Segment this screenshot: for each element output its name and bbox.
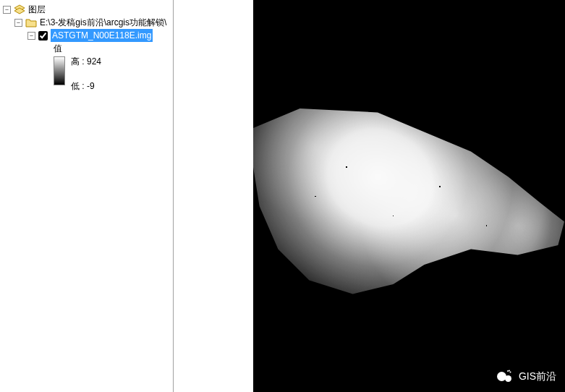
layers-icon	[14, 4, 25, 14]
table-of-contents-panel[interactable]: − 图层 − E:\3-发稿gis前沿\arcgis功能解锁\ − ASTGTM…	[0, 0, 174, 392]
ramp-high-label: 高 : 924	[71, 56, 101, 67]
tree-root-row[interactable]: − 图层	[1, 3, 171, 16]
tree-layer-row[interactable]: − ASTGTM_N00E118E.img	[1, 29, 171, 42]
wechat-icon	[497, 370, 513, 383]
grayscale-ramp-icon	[54, 56, 65, 85]
ramp-low-label: 低 : -9	[71, 81, 101, 91]
collapse-icon[interactable]: −	[27, 32, 35, 40]
collapse-icon[interactable]: −	[14, 19, 22, 27]
layer-visibility-checkbox[interactable]	[38, 31, 48, 41]
tree-root-label: 图层	[28, 3, 46, 16]
folder-icon	[25, 17, 37, 27]
tree-layer-label[interactable]: ASTGTM_N00E118E.img	[51, 29, 153, 42]
map-view[interactable]: GIS前沿	[174, 0, 565, 392]
dem-raster-display[interactable]: GIS前沿	[253, 0, 565, 392]
value-header-label: 值	[54, 42, 62, 55]
tree-group-row[interactable]: − E:\3-发稿gis前沿\arcgis功能解锁\	[1, 16, 171, 29]
watermark: GIS前沿	[497, 370, 556, 383]
collapse-icon[interactable]: −	[3, 6, 11, 14]
color-ramp-row: 高 : 924 低 : -9	[1, 56, 171, 94]
terrain-rendering	[253, 108, 564, 304]
watermark-text: GIS前沿	[519, 370, 556, 383]
value-header-row: 值	[1, 42, 171, 55]
tree-group-label: E:\3-发稿gis前沿\arcgis功能解锁\	[40, 16, 166, 29]
